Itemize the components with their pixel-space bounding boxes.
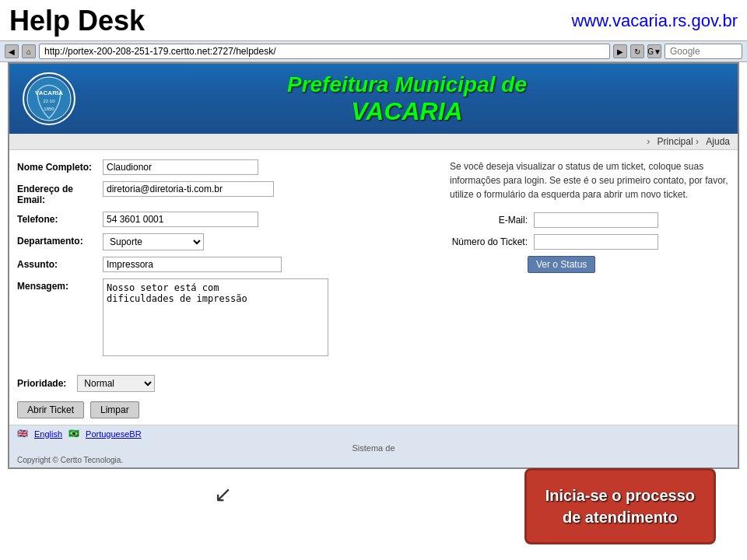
assunto-input[interactable] xyxy=(103,257,282,272)
ticket-input[interactable] xyxy=(534,234,658,250)
departamento-select[interactable]: Suporte TI Administrativo xyxy=(103,233,204,250)
limpar-button[interactable]: Limpar xyxy=(90,401,139,418)
info-text: Se você deseja visualizar o status de um… xyxy=(450,159,730,201)
banner-line2: VACARIA xyxy=(89,97,725,126)
svg-text:1850: 1850 xyxy=(44,107,54,111)
nome-input[interactable] xyxy=(103,159,258,175)
nome-label: Nome Completo: xyxy=(17,159,103,173)
svg-text:VACARIA: VACARIA xyxy=(35,89,63,96)
back-button[interactable]: ◀ xyxy=(5,44,19,58)
website-url: www.vacaria.rs.gov.br xyxy=(571,11,738,31)
email-label: Endereço de Email: xyxy=(17,181,103,205)
banner-line1: Prefeitura Municipal de xyxy=(89,72,725,97)
email-input[interactable] xyxy=(103,181,274,197)
departamento-label: Departamento: xyxy=(17,233,103,247)
home-button[interactable]: ⌂ xyxy=(22,44,36,58)
svg-text:22·10: 22·10 xyxy=(43,99,55,103)
mensagem-label: Mensagem: xyxy=(17,278,103,292)
footer-copyright: Copyright © Certto Tecnologia. xyxy=(17,456,123,464)
priority-label: Prioridade: xyxy=(17,378,66,389)
ver-status-button[interactable]: Ver o Status xyxy=(528,256,595,273)
stop-button[interactable]: ▶ xyxy=(613,44,627,58)
search-input[interactable] xyxy=(665,44,742,59)
callout-line2: de atendimento xyxy=(563,509,678,526)
nav-principal[interactable]: Principal xyxy=(658,136,693,147)
assunto-label: Assunto: xyxy=(17,257,103,270)
callout-box: Inicia-se o processo de atendimento xyxy=(524,468,716,544)
ticket-label: Número do Ticket: xyxy=(450,236,528,247)
right-email-label: E-Mail: xyxy=(450,215,528,226)
arrow-icon: ↙ xyxy=(214,481,232,507)
abrir-ticket-button[interactable]: Abrir Ticket xyxy=(17,401,84,418)
priority-select[interactable]: Normal Baixa Alta Urgente xyxy=(77,375,155,392)
telefone-label: Telefone: xyxy=(17,212,103,225)
nav-ajuda[interactable]: Ajuda xyxy=(706,136,730,147)
coat-of-arms-icon: VACARIA 22·10 1850 xyxy=(22,72,76,126)
right-email-input[interactable] xyxy=(534,212,658,228)
lang-portuguese[interactable]: PortugueseBR xyxy=(86,429,142,439)
flag-en-icon: 🇬🇧 xyxy=(17,429,28,439)
mensagem-textarea[interactable]: Nosso setor está com dificuldades de imp… xyxy=(103,278,328,356)
lang-english[interactable]: English xyxy=(34,429,62,439)
go-button[interactable]: G▼ xyxy=(647,44,661,58)
flag-br-icon: 🇧🇷 xyxy=(68,429,79,439)
ajuda-arrow-icon: › xyxy=(696,136,699,147)
telefone-input[interactable] xyxy=(103,212,258,227)
principal-arrow-icon: › xyxy=(647,136,650,147)
reload-button[interactable]: ↻ xyxy=(630,44,644,58)
address-bar[interactable] xyxy=(39,44,610,59)
callout-line1: Inicia-se o processo xyxy=(545,487,695,504)
footer-sistema-text: Sistema de xyxy=(352,443,395,453)
page-title: Help Desk xyxy=(9,5,145,37)
